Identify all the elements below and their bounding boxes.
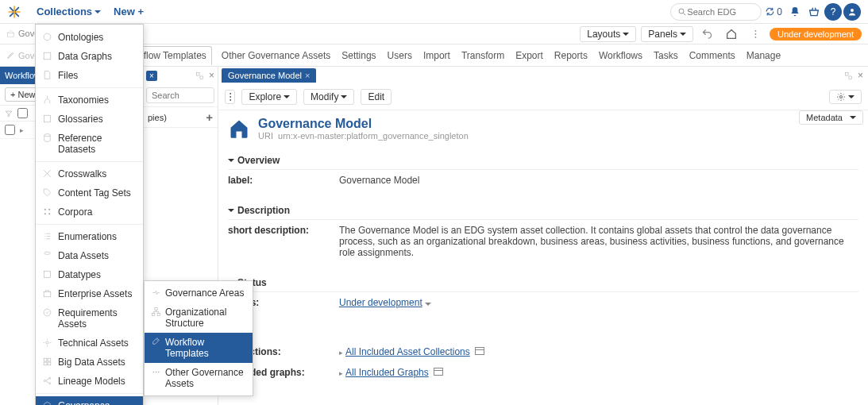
notifications-button[interactable] <box>785 2 804 21</box>
undo-button[interactable] <box>698 25 717 44</box>
right-tabbar: Governance Model× × <box>218 67 868 84</box>
collections-menu-button[interactable]: Collections <box>30 2 107 21</box>
row-checkbox[interactable] <box>5 125 15 135</box>
kebab-menu-button[interactable]: ●●● <box>746 25 765 44</box>
section-status[interactable]: Status <box>228 271 858 292</box>
dd-datatypes[interactable]: Datatypes <box>36 265 143 284</box>
modify-button[interactable]: Modify <box>303 89 354 105</box>
title-row: Governance Model URI urn:x-evn-master:pl… <box>228 117 858 141</box>
svg-rect-23 <box>44 358 47 361</box>
section-partial[interactable]: es <box>228 321 858 341</box>
collections-dropdown[interactable]: Ontologies Data Graphs Files Taxonomies … <box>35 24 144 405</box>
governance-submenu[interactable]: Governance Areas Organizational Structur… <box>144 280 253 396</box>
window-icon[interactable] <box>475 347 484 355</box>
sm-other-governance-assets[interactable]: Other Governance Assets <box>145 363 253 393</box>
expand-panel-icon[interactable] <box>195 71 204 80</box>
add-icon[interactable]: + <box>206 110 213 124</box>
caret-down-icon <box>95 10 101 14</box>
dd-requirements-assets[interactable]: Requirements Assets <box>36 303 143 334</box>
kv-included-graphs: included graphs: ▸All Included Graphs <box>228 362 858 383</box>
menu-item[interactable]: Transform <box>460 47 506 64</box>
dd-glossaries[interactable]: Glossaries <box>36 110 143 129</box>
dd-enterprise-assets[interactable]: Enterprise Assets <box>36 284 143 303</box>
menu-item[interactable]: Import <box>422 47 452 64</box>
basket-button[interactable] <box>804 2 824 21</box>
section-overview[interactable]: Overview <box>228 148 858 170</box>
dd-ref-datasets[interactable]: Reference Datasets <box>36 129 143 159</box>
page-title: Governance Model <box>258 117 469 131</box>
edit-button[interactable]: Edit <box>361 89 392 105</box>
dd-big-data-assets[interactable]: Big Data Assets <box>36 353 143 372</box>
dd-crosswalks[interactable]: Crosswalks <box>36 164 143 183</box>
caret-down-icon[interactable] <box>425 303 431 306</box>
sm-governance-areas[interactable]: Governance Areas <box>145 284 253 303</box>
status-link[interactable]: Under development <box>339 297 422 308</box>
svg-rect-11 <box>44 52 51 60</box>
dd-lineage-models[interactable]: Lineage Models <box>36 372 143 391</box>
sync-indicator[interactable]: 0 <box>762 6 785 17</box>
dd-corpora[interactable]: Corpora <box>36 202 143 222</box>
menu-item[interactable]: Other Governance Assets <box>220 47 332 64</box>
svg-point-16 <box>44 213 46 214</box>
middle-search-input[interactable] <box>146 87 214 103</box>
dd-governance[interactable]: Governance <box>36 396 143 405</box>
sync-icon <box>765 6 775 17</box>
global-search[interactable] <box>670 3 762 21</box>
expand-icon[interactable]: ▸ <box>339 369 343 377</box>
panel-menu-button[interactable]: ●●● <box>225 90 235 104</box>
close-panel-button[interactable]: × <box>858 70 863 81</box>
included-graphs-link[interactable]: All Included Graphs <box>345 367 429 378</box>
svg-rect-4 <box>7 33 14 37</box>
metadata-button[interactable]: Metadata <box>799 110 863 125</box>
middle-row[interactable]: pies) + <box>143 106 218 128</box>
dd-taxonomies[interactable]: Taxonomies <box>36 91 143 110</box>
panel-tab-close[interactable]: × <box>146 71 157 81</box>
uri-line: URI urn:x-evn-master:platform_governance… <box>258 131 469 141</box>
dd-datagraphs[interactable]: Data Graphs <box>36 47 143 66</box>
svg-point-21 <box>44 309 51 316</box>
home-button[interactable] <box>722 25 741 44</box>
menu-item[interactable]: Export <box>514 47 545 64</box>
menu-item[interactable]: Settings <box>340 47 377 64</box>
dd-data-assets[interactable]: Data Assets <box>36 246 143 265</box>
dd-ontologies[interactable]: Ontologies <box>36 28 143 47</box>
global-search-input[interactable] <box>687 7 750 17</box>
svg-point-3 <box>851 9 854 12</box>
content-area: Metadata Governance Model URI urn:x-evn-… <box>218 110 868 405</box>
panels-button[interactable]: Panels <box>641 26 693 42</box>
svg-rect-31 <box>152 314 155 316</box>
svg-rect-7 <box>845 72 848 75</box>
section-description[interactable]: Description <box>228 199 858 220</box>
close-panel-button[interactable]: × <box>209 70 214 81</box>
explore-button[interactable]: Explore <box>241 89 297 105</box>
menu-item[interactable]: Workflows <box>597 47 644 64</box>
layouts-button[interactable]: Layouts <box>580 26 636 42</box>
included-collections-link[interactable]: All Included Asset Collections <box>345 346 470 357</box>
right-panel-tab[interactable]: Governance Model× <box>222 68 316 83</box>
window-icon[interactable] <box>434 368 443 376</box>
dd-content-tag-sets[interactable]: Content Tag Sets <box>36 183 143 202</box>
dd-technical-assets[interactable]: Technical Assets <box>36 334 143 353</box>
menu-item[interactable]: Manage <box>745 47 782 64</box>
filter-checkbox[interactable] <box>17 108 28 118</box>
dd-files[interactable]: Files <box>36 66 143 85</box>
svg-point-18 <box>44 252 51 254</box>
settings-gear-button[interactable] <box>829 90 862 104</box>
expand-panel-icon[interactable] <box>844 71 853 80</box>
menu-item[interactable]: Users <box>386 47 414 64</box>
expand-icon[interactable]: ▸ <box>339 349 343 357</box>
menu-item[interactable]: Reports <box>553 47 589 64</box>
new-menu-button[interactable]: New + <box>107 2 150 21</box>
menu-item[interactable]: Tasks <box>652 47 680 64</box>
user-avatar-button[interactable] <box>843 2 862 21</box>
kv-status: status: Under development <box>228 292 858 313</box>
help-button[interactable]: ? <box>824 2 843 21</box>
menu-item[interactable]: Comments <box>688 47 737 64</box>
sm-org-structure[interactable]: Organizational Structure <box>145 303 253 333</box>
close-tab-icon[interactable]: × <box>305 71 310 80</box>
svg-rect-20 <box>44 291 51 297</box>
svg-point-29 <box>49 383 51 384</box>
dd-enumerations[interactable]: Enumerations <box>36 227 143 246</box>
sm-workflow-templates[interactable]: Workflow Templates <box>145 333 253 363</box>
status-badge: Under development <box>770 28 862 40</box>
